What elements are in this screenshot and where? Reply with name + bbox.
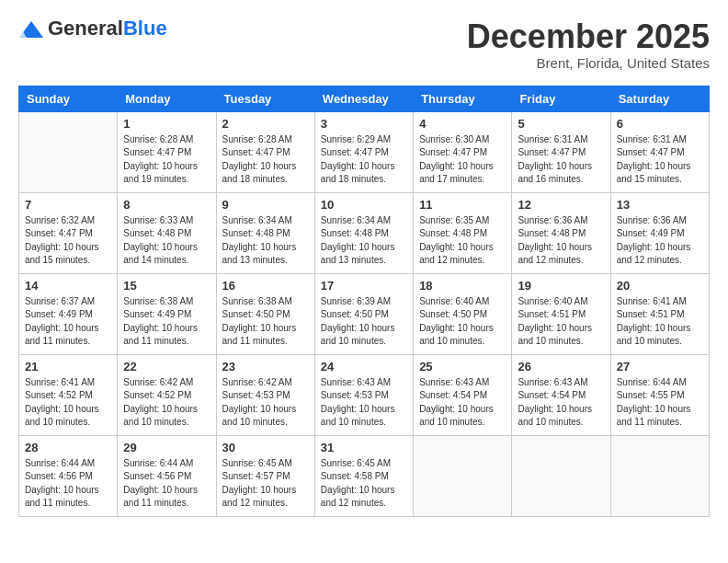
calendar-cell: 8Sunrise: 6:33 AMSunset: 4:48 PMDaylight… xyxy=(118,192,216,273)
calendar-cell xyxy=(610,435,709,516)
day-info: Sunrise: 6:41 AMSunset: 4:52 PMDaylight:… xyxy=(25,376,111,430)
weekday-header-cell: Wednesday xyxy=(314,86,413,111)
day-number: 22 xyxy=(123,360,210,373)
day-info: Sunrise: 6:29 AMSunset: 4:47 PMDaylight:… xyxy=(321,133,407,187)
day-number: 29 xyxy=(123,441,210,454)
day-info: Sunrise: 6:30 AMSunset: 4:47 PMDaylight:… xyxy=(419,133,506,187)
day-number: 4 xyxy=(419,117,506,131)
weekday-header-cell: Thursday xyxy=(414,86,512,111)
calendar-week-row: 28Sunrise: 6:44 AMSunset: 4:56 PMDayligh… xyxy=(19,435,710,516)
page-header: GeneralBlue December 2025 Brent, Florida… xyxy=(18,18,710,71)
calendar-table: SundayMondayTuesdayWednesdayThursdayFrid… xyxy=(18,86,710,517)
day-info: Sunrise: 6:43 AMSunset: 4:54 PMDaylight:… xyxy=(419,376,506,430)
day-number: 11 xyxy=(419,198,506,212)
day-info: Sunrise: 6:42 AMSunset: 4:52 PMDaylight:… xyxy=(123,376,210,430)
calendar-cell: 14Sunrise: 6:37 AMSunset: 4:49 PMDayligh… xyxy=(19,273,118,354)
logo: GeneralBlue xyxy=(18,18,167,39)
day-number: 17 xyxy=(321,279,407,293)
calendar-cell: 3Sunrise: 6:29 AMSunset: 4:47 PMDaylight… xyxy=(314,111,413,192)
day-info: Sunrise: 6:32 AMSunset: 4:47 PMDaylight:… xyxy=(25,214,111,268)
day-number: 20 xyxy=(617,279,703,293)
day-number: 1 xyxy=(123,117,210,131)
weekday-header-cell: Sunday xyxy=(19,86,118,111)
calendar-cell: 13Sunrise: 6:36 AMSunset: 4:49 PMDayligh… xyxy=(610,192,709,273)
calendar-cell: 5Sunrise: 6:31 AMSunset: 4:47 PMDaylight… xyxy=(512,111,610,192)
day-info: Sunrise: 6:34 AMSunset: 4:48 PMDaylight:… xyxy=(321,214,407,268)
day-info: Sunrise: 6:38 AMSunset: 4:50 PMDaylight:… xyxy=(222,295,309,349)
day-info: Sunrise: 6:36 AMSunset: 4:48 PMDaylight:… xyxy=(518,214,604,268)
day-info: Sunrise: 6:28 AMSunset: 4:47 PMDaylight:… xyxy=(222,133,309,187)
day-info: Sunrise: 6:45 AMSunset: 4:58 PMDaylight:… xyxy=(321,457,407,511)
day-info: Sunrise: 6:35 AMSunset: 4:48 PMDaylight:… xyxy=(419,214,506,268)
day-info: Sunrise: 6:43 AMSunset: 4:53 PMDaylight:… xyxy=(321,376,407,430)
day-info: Sunrise: 6:38 AMSunset: 4:49 PMDaylight:… xyxy=(123,295,210,349)
calendar-cell: 4Sunrise: 6:30 AMSunset: 4:47 PMDaylight… xyxy=(414,111,512,192)
day-number: 16 xyxy=(222,279,309,293)
logo-icon xyxy=(18,21,44,38)
day-number: 24 xyxy=(321,360,407,373)
day-number: 10 xyxy=(321,198,407,212)
calendar-cell: 27Sunrise: 6:44 AMSunset: 4:55 PMDayligh… xyxy=(610,354,709,435)
day-number: 2 xyxy=(222,117,309,131)
weekday-header-row: SundayMondayTuesdayWednesdayThursdayFrid… xyxy=(19,86,710,111)
day-info: Sunrise: 6:33 AMSunset: 4:48 PMDaylight:… xyxy=(123,214,210,268)
day-info: Sunrise: 6:31 AMSunset: 4:47 PMDaylight:… xyxy=(518,133,604,187)
day-info: Sunrise: 6:43 AMSunset: 4:54 PMDaylight:… xyxy=(518,376,604,430)
day-number: 23 xyxy=(222,360,309,373)
day-number: 31 xyxy=(321,441,407,454)
calendar-cell: 23Sunrise: 6:42 AMSunset: 4:53 PMDayligh… xyxy=(216,354,314,435)
calendar-week-row: 7Sunrise: 6:32 AMSunset: 4:47 PMDaylight… xyxy=(19,192,710,273)
calendar-cell: 29Sunrise: 6:44 AMSunset: 4:56 PMDayligh… xyxy=(118,435,216,516)
day-info: Sunrise: 6:36 AMSunset: 4:49 PMDaylight:… xyxy=(617,214,703,268)
calendar-cell: 25Sunrise: 6:43 AMSunset: 4:54 PMDayligh… xyxy=(414,354,512,435)
month-title: December 2025 xyxy=(467,18,710,55)
day-number: 27 xyxy=(617,360,703,373)
calendar-cell: 20Sunrise: 6:41 AMSunset: 4:51 PMDayligh… xyxy=(610,273,709,354)
calendar-cell: 6Sunrise: 6:31 AMSunset: 4:47 PMDaylight… xyxy=(610,111,709,192)
day-number: 5 xyxy=(518,117,604,131)
calendar-cell: 24Sunrise: 6:43 AMSunset: 4:53 PMDayligh… xyxy=(314,354,413,435)
day-number: 15 xyxy=(123,279,210,293)
day-info: Sunrise: 6:34 AMSunset: 4:48 PMDaylight:… xyxy=(222,214,309,268)
day-info: Sunrise: 6:42 AMSunset: 4:53 PMDaylight:… xyxy=(222,376,309,430)
calendar-cell: 16Sunrise: 6:38 AMSunset: 4:50 PMDayligh… xyxy=(216,273,314,354)
calendar-cell: 26Sunrise: 6:43 AMSunset: 4:54 PMDayligh… xyxy=(512,354,610,435)
day-info: Sunrise: 6:44 AMSunset: 4:55 PMDaylight:… xyxy=(617,376,703,430)
day-number: 14 xyxy=(25,279,111,293)
day-number: 8 xyxy=(123,198,210,212)
calendar-cell xyxy=(512,435,610,516)
day-number: 12 xyxy=(518,198,604,212)
calendar-cell: 1Sunrise: 6:28 AMSunset: 4:47 PMDaylight… xyxy=(118,111,216,192)
calendar-cell: 22Sunrise: 6:42 AMSunset: 4:52 PMDayligh… xyxy=(118,354,216,435)
day-info: Sunrise: 6:40 AMSunset: 4:51 PMDaylight:… xyxy=(518,295,604,349)
day-number: 7 xyxy=(25,198,111,212)
calendar-cell: 18Sunrise: 6:40 AMSunset: 4:50 PMDayligh… xyxy=(414,273,512,354)
day-info: Sunrise: 6:40 AMSunset: 4:50 PMDaylight:… xyxy=(419,295,506,349)
location: Brent, Florida, United States xyxy=(467,55,710,71)
day-number: 13 xyxy=(617,198,703,212)
weekday-header-cell: Monday xyxy=(118,86,216,111)
day-number: 18 xyxy=(419,279,506,293)
day-number: 19 xyxy=(518,279,604,293)
day-info: Sunrise: 6:37 AMSunset: 4:49 PMDaylight:… xyxy=(25,295,111,349)
day-info: Sunrise: 6:39 AMSunset: 4:50 PMDaylight:… xyxy=(321,295,407,349)
day-number: 26 xyxy=(518,360,604,373)
calendar-cell: 21Sunrise: 6:41 AMSunset: 4:52 PMDayligh… xyxy=(19,354,118,435)
weekday-header-cell: Friday xyxy=(512,86,610,111)
calendar-cell: 28Sunrise: 6:44 AMSunset: 4:56 PMDayligh… xyxy=(19,435,118,516)
logo-text: GeneralBlue xyxy=(48,18,167,39)
day-number: 30 xyxy=(222,441,309,454)
calendar-cell xyxy=(414,435,512,516)
calendar-week-row: 21Sunrise: 6:41 AMSunset: 4:52 PMDayligh… xyxy=(19,354,710,435)
calendar-cell: 10Sunrise: 6:34 AMSunset: 4:48 PMDayligh… xyxy=(314,192,413,273)
weekday-header-cell: Tuesday xyxy=(216,86,314,111)
calendar-cell: 30Sunrise: 6:45 AMSunset: 4:57 PMDayligh… xyxy=(216,435,314,516)
day-number: 3 xyxy=(321,117,407,131)
title-block: December 2025 Brent, Florida, United Sta… xyxy=(467,18,710,71)
day-number: 9 xyxy=(222,198,309,212)
day-info: Sunrise: 6:28 AMSunset: 4:47 PMDaylight:… xyxy=(123,133,210,187)
day-number: 28 xyxy=(25,441,111,454)
day-info: Sunrise: 6:45 AMSunset: 4:57 PMDaylight:… xyxy=(222,457,309,511)
calendar-cell: 11Sunrise: 6:35 AMSunset: 4:48 PMDayligh… xyxy=(414,192,512,273)
day-info: Sunrise: 6:31 AMSunset: 4:47 PMDaylight:… xyxy=(617,133,703,187)
